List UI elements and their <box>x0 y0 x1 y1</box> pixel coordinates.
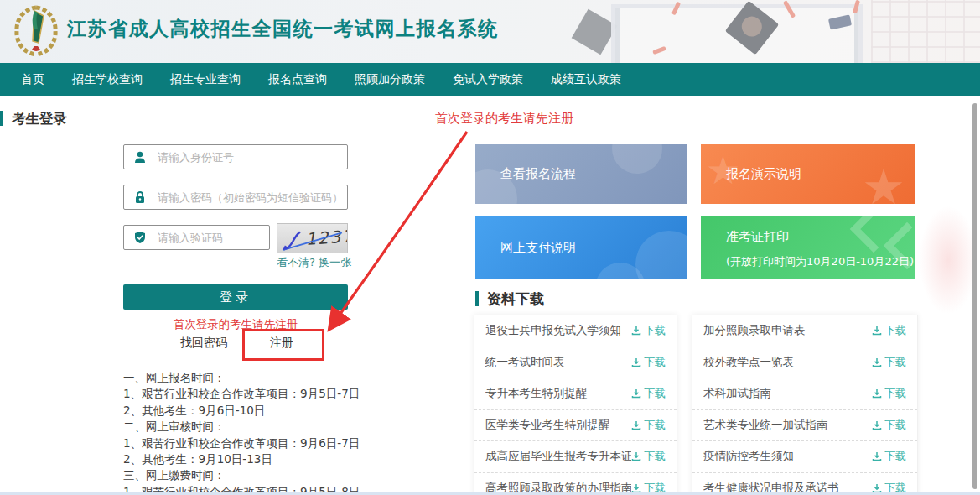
password-input[interactable] <box>123 185 348 210</box>
download-icon <box>631 420 641 430</box>
panel-label: 报名演示说明 <box>726 166 801 182</box>
download-link[interactable]: 下载 <box>631 355 666 370</box>
schedule-line: 三、网上缴费时间： <box>123 467 360 483</box>
downloads-section-title: 资料下载 <box>487 289 544 309</box>
panel-view-process[interactable]: 查看报名流程 <box>475 144 687 204</box>
download-link[interactable]: 下载 <box>631 386 666 401</box>
panel-label: 网上支付说明 <box>500 240 576 256</box>
downloads-card-left: 退役士兵申报免试入学须知 下载 统一考试时间表 下载 专升本考生特别提醒 下载 … <box>474 315 677 495</box>
page: 江苏省成人高校招生全国统一考试网上报名系统 首页 招生学校查询 招生专业查询 报… <box>0 0 980 495</box>
download-row: 专升本考生特别提醒 下载 <box>474 378 677 410</box>
download-name: 医学类专业考生特别提醒 <box>485 418 610 433</box>
panel-print-ticket[interactable]: 准考证打印 (开放打印时间为10月20日-10月22日) <box>701 216 915 279</box>
register-link[interactable]: 注册 <box>270 336 293 351</box>
download-row: 艺术类专业统一加试指南 下载 <box>692 410 917 442</box>
captcha-input[interactable] <box>123 225 270 250</box>
download-name: 成高应届毕业生报考专升本证明 <box>485 449 631 464</box>
main-nav: 首页 招生学校查询 招生专业查询 报名点查询 照顾加分政策 免试入学政策 成绩互… <box>0 63 980 96</box>
download-icon <box>872 388 882 399</box>
site-logo-icon <box>12 4 60 58</box>
download-row: 疫情防控考生须知 下载 <box>692 441 917 473</box>
download-name: 术科加试指南 <box>703 386 771 401</box>
viewport-bottom-edge <box>0 492 980 495</box>
site-title: 江苏省成人高校招生全国统一考试网上报名系统 <box>67 16 499 42</box>
captcha-image[interactable]: 1237 <box>277 223 348 253</box>
download-name: 疫情防控考生须知 <box>703 449 794 464</box>
download-row: 统一考试时间表 下载 <box>474 347 677 379</box>
download-icon <box>631 388 641 399</box>
download-link[interactable]: 下载 <box>872 386 906 401</box>
password-field-wrap <box>123 185 348 210</box>
panel-sublabel: (开放打印时间为10月20日-10月22日) <box>726 254 914 269</box>
header: 江苏省成人高校招生全国统一考试网上报名系统 <box>0 0 980 63</box>
download-link[interactable]: 下载 <box>872 323 906 338</box>
download-name: 加分照顾录取申请表 <box>703 323 806 338</box>
register-note: 首次登录的考生请先注册 <box>123 317 348 332</box>
download-row: 医学类专业考生特别提醒 下载 <box>474 410 677 442</box>
download-row: 校外教学点一览表 下载 <box>692 347 917 379</box>
login-button[interactable]: 登录 <box>123 284 348 310</box>
login-section-title: 考生登录 <box>12 110 67 128</box>
download-link[interactable]: 下载 <box>872 355 906 370</box>
downloads-section-accent <box>475 291 479 306</box>
schedule-text: 一、网上报名时间： 1、艰苦行业和校企合作改革项目：9月5日-7日 2、其他考生… <box>123 370 360 495</box>
captcha-field-wrap <box>123 225 270 250</box>
download-link[interactable]: 下载 <box>631 418 666 433</box>
download-icon <box>872 357 882 367</box>
forgot-password-link[interactable]: 找回密码 <box>180 336 227 351</box>
annotation-register-first: 首次登录的考生请先注册 <box>435 111 573 127</box>
download-row: 术科加试指南 下载 <box>692 378 917 410</box>
download-link[interactable]: 下载 <box>872 418 906 433</box>
panel-demo-guide[interactable]: ★ ★ 报名演示说明 <box>701 144 915 204</box>
download-link[interactable]: 下载 <box>631 449 666 464</box>
schedule-line: 1、艰苦行业和校企合作改革项目：9月6日-7日 <box>123 435 360 451</box>
download-icon <box>631 451 641 461</box>
nav-item-major-query[interactable]: 招生专业查询 <box>170 72 241 87</box>
download-name: 统一考试时间表 <box>485 355 565 370</box>
nav-item-school-query[interactable]: 招生学校查询 <box>72 72 143 87</box>
download-row: 退役士兵申报免试入学须知 下载 <box>474 315 677 347</box>
graduation-photo-decor <box>578 0 980 63</box>
download-name: 艺术类专业统一加试指南 <box>703 418 828 433</box>
panel-payment-guide[interactable]: 网上支付说明 <box>475 216 687 279</box>
download-name: 校外教学点一览表 <box>703 355 794 370</box>
download-row: 成高应届毕业生报考专升本证明 下载 <box>474 441 677 473</box>
nav-item-exemption-policy[interactable]: 免试入学政策 <box>453 72 523 87</box>
download-icon <box>872 326 882 336</box>
download-name: 专升本考生特别提醒 <box>485 386 588 401</box>
nav-item-bonus-policy[interactable]: 照顾加分政策 <box>355 72 425 87</box>
panel-label: 准考证打印 <box>726 229 789 245</box>
vertical-scrollbar[interactable] <box>972 103 977 489</box>
download-link[interactable]: 下载 <box>631 323 666 338</box>
schedule-line: 2、其他考生：9月6日-10日 <box>123 403 360 419</box>
nav-item-score-recognition[interactable]: 成绩互认政策 <box>551 72 621 87</box>
nav-item-regpoint-query[interactable]: 报名点查询 <box>268 72 327 87</box>
download-icon <box>631 357 641 367</box>
captcha-refresh-link[interactable]: 看不清? 换一张 <box>277 255 351 270</box>
download-link[interactable]: 下载 <box>872 449 906 464</box>
login-section-accent <box>0 111 3 126</box>
download-icon <box>631 326 641 336</box>
schedule-line: 一、网上报名时间： <box>123 370 360 386</box>
download-name: 退役士兵申报免试入学须知 <box>485 323 621 338</box>
download-icon <box>872 420 882 430</box>
id-number-input[interactable] <box>123 144 348 169</box>
background-photo-bleed <box>919 206 977 315</box>
schedule-line: 1、艰苦行业和校企合作改革项目：9月5日-7日 <box>123 386 360 402</box>
download-icon <box>872 451 882 461</box>
id-number-field-wrap <box>123 144 348 169</box>
downloads-card-right: 加分照顾录取申请表 下载 校外教学点一览表 下载 术科加试指南 下载 艺术类专业… <box>692 315 918 495</box>
schedule-line: 2、其他考生：9月10日-13日 <box>123 451 360 467</box>
download-row: 加分照顾录取申请表 下载 <box>692 315 917 347</box>
nav-item-home[interactable]: 首页 <box>21 72 44 87</box>
panel-label: 查看报名流程 <box>500 166 576 182</box>
schedule-line: 二、网上审核时间： <box>123 419 360 435</box>
